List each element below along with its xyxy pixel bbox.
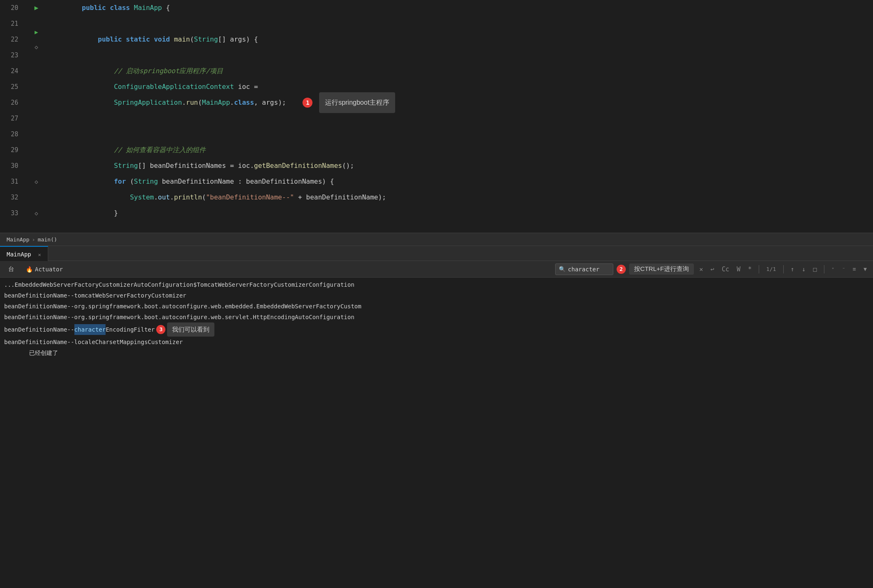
console-line-4: beanDefinitionName--characterEncodingFil…: [4, 322, 869, 337]
actuator-icon: 🔥: [26, 266, 33, 273]
console-line-0: ...EmbeddedWebServerFactoryCustomizerAut…: [4, 279, 869, 290]
bottom-toolbar: 台 🔥 Actuator 🔍 character 2 按CTRL+F进行查询 ✕…: [0, 261, 873, 278]
line-num-25: 25: [0, 79, 25, 95]
expand-button[interactable]: □: [811, 265, 819, 274]
gutter-33: ◇: [25, 205, 48, 221]
prev-match-button[interactable]: ↑: [789, 265, 797, 274]
gutter-20: ▶: [25, 0, 48, 16]
line-num-23: 23: [0, 47, 25, 63]
line-num-28: 28: [0, 126, 25, 142]
code-line-22: 22 ▶ ◇ public static void main(String[] …: [0, 32, 873, 47]
settings-button[interactable]: ▼: [861, 265, 869, 273]
search-input-value: character: [568, 266, 600, 273]
filter-lines-button[interactable]: ≡: [851, 265, 858, 273]
line-num-24: 24: [0, 63, 25, 79]
line-num-33: 33: [0, 205, 25, 221]
line-num-29: 29: [0, 142, 25, 158]
line-num-20: 20: [0, 0, 25, 16]
tooltip-1: 运行springboot主程序: [319, 92, 395, 113]
annotation-2-badge: 2: [617, 265, 626, 274]
kw-public: public: [82, 4, 106, 12]
breadcrumb-class[interactable]: MainApp: [7, 236, 30, 243]
run-icon-20[interactable]: ▶: [34, 0, 39, 16]
annotation-3-badge: 3: [156, 325, 165, 334]
console-line-6: 已经创建了: [4, 347, 869, 358]
breadcrumb-bar: MainApp › main(): [0, 233, 873, 246]
line-num-27: 27: [0, 111, 25, 126]
next-match-button[interactable]: ↓: [800, 265, 808, 274]
toolbar-sep-1: [759, 265, 759, 273]
replace-button[interactable]: ↩: [708, 265, 716, 274]
line-num-32: 32: [0, 189, 25, 205]
match-count: 1/1: [764, 266, 778, 272]
console-line-1: beanDefinitionName--tomcatWebServerFacto…: [4, 290, 869, 301]
bottom-tab-console-label: 台: [8, 266, 14, 272]
tooltip-3: 我们可以看到: [167, 322, 214, 337]
console-line-3: beanDefinitionName--org.springframework.…: [4, 312, 869, 322]
breadcrumb-method[interactable]: main(): [38, 236, 57, 243]
breadcrumb-sep: ›: [32, 236, 35, 243]
code-editor: 20 ▶ public class MainApp { 21 22 ▶ ◇ pu…: [0, 0, 873, 233]
line-num-31: 31: [0, 174, 25, 189]
highlighted-character: character: [74, 324, 106, 335]
add-line-button[interactable]: ⁺: [829, 265, 837, 273]
annotation-1-badge: 1: [302, 98, 312, 108]
regex-button[interactable]: *: [746, 265, 754, 274]
bottom-tab-actuator[interactable]: 🔥 Actuator: [22, 266, 67, 273]
search-box[interactable]: 🔍 character: [555, 263, 613, 275]
toolbar-sep-3: [824, 265, 824, 273]
code-line-33: 33 ◇ }: [0, 205, 873, 221]
case-sensitive-button[interactable]: Cc: [720, 265, 731, 274]
fold-icon-31[interactable]: ◇: [34, 174, 38, 189]
tab-bar: MainApp ✕: [0, 246, 873, 261]
tab-mainapp-label: MainApp: [7, 251, 31, 258]
line-num-30: 30: [0, 158, 25, 174]
line-num-21: 21: [0, 16, 25, 32]
line-num-22: 22: [0, 32, 25, 47]
tab-mainapp-close[interactable]: ✕: [38, 252, 41, 258]
bottom-panel: 台 🔥 Actuator 🔍 character 2 按CTRL+F进行查询 ✕…: [0, 261, 873, 588]
whole-word-button[interactable]: W: [735, 265, 743, 274]
code-lines: 20 ▶ public class MainApp { 21 22 ▶ ◇ pu…: [0, 0, 873, 221]
remove-line-button[interactable]: ⁻: [840, 265, 848, 273]
code-line-26: 26 SpringApplication.run(MainApp.class, …: [0, 95, 873, 111]
toolbar-sep-2: [783, 265, 784, 273]
fold-icon-33[interactable]: ◇: [34, 205, 38, 221]
line-num-26: 26: [0, 95, 25, 111]
line-content-33: }: [48, 189, 873, 233]
run-icon-22[interactable]: ▶: [34, 24, 38, 40]
line-content-26: SpringApplication.run(MainApp.class, arg…: [48, 92, 873, 113]
console-line-2: beanDefinitionName--org.springframework.…: [4, 301, 869, 312]
ctrl-f-tooltip: 按CTRL+F进行查询: [629, 263, 694, 275]
bottom-tab-console[interactable]: 台: [4, 266, 18, 273]
tab-mainapp[interactable]: MainApp ✕: [0, 246, 48, 261]
bottom-tab-actuator-label: Actuator: [35, 266, 63, 273]
classname-mainapp: MainApp: [134, 4, 162, 12]
close-search-button[interactable]: ✕: [697, 265, 705, 274]
gutter-31: ◇: [25, 174, 48, 189]
code-line-20: 20 ▶ public class MainApp {: [0, 0, 873, 16]
console-output: ...EmbeddedWebServerFactoryCustomizerAut…: [0, 278, 873, 588]
search-icon: 🔍: [559, 266, 566, 272]
kw-class: class: [110, 4, 130, 12]
console-line-5: beanDefinitionName--localeCharsetMapping…: [4, 337, 869, 347]
